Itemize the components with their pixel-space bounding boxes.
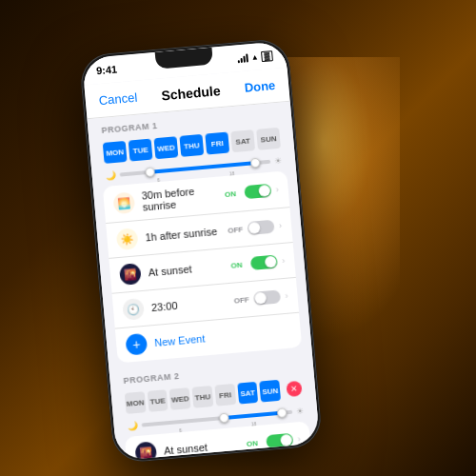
slider-thumb-right-p1[interactable] — [250, 158, 261, 169]
toggle-3: ON › — [230, 254, 286, 272]
toggle-label-2: OFF — [228, 225, 246, 235]
toggle-switch-1[interactable] — [244, 184, 271, 199]
toggle-label-p2-1: ON — [246, 438, 264, 448]
chevron-p2-1: › — [297, 434, 301, 444]
day-wed-p2[interactable]: WED — [169, 387, 191, 410]
phone-screen: 9:41 ▲ ▓ Cancel Schedule Done — [82, 41, 320, 461]
toggle-switch-4[interactable] — [253, 289, 281, 305]
sunset-icon-1: 🌇 — [119, 263, 142, 286]
slider-thumb-left-p1[interactable] — [145, 167, 155, 177]
day-thu-p2[interactable]: THU — [192, 386, 214, 408]
event-text-2: 1h after sunrise — [145, 225, 228, 244]
status-icons: ▲ ▓ — [237, 50, 273, 64]
wifi-icon: ▲ — [250, 52, 259, 62]
toggle-knob-4 — [254, 292, 267, 305]
sun-icon-p1: ☀ — [274, 156, 283, 167]
program1-events-list: 🌅 30m before sunrise ON › ☀️ — [103, 170, 302, 363]
toggle-knob-p2-1 — [280, 434, 292, 446]
event-text-3: At sunset — [148, 260, 231, 279]
slider-thumb-left-p2[interactable] — [219, 413, 229, 424]
event-text-1: 30m before sunrise — [141, 183, 226, 212]
day-sun-p2[interactable]: SUN — [260, 380, 282, 403]
day-thu-p1[interactable]: THU — [179, 134, 204, 157]
toggle-label-3: ON — [230, 260, 248, 270]
scroll-content: PROGRAM 1 MON TUE WED THU FRI SAT SUN 🌙 — [88, 102, 321, 461]
toggle-switch-3[interactable] — [250, 255, 278, 270]
day-mon-p1[interactable]: MON — [103, 141, 128, 164]
toggle-switch-2[interactable] — [248, 220, 275, 235]
chevron-1: › — [275, 185, 279, 194]
moon-icon-p1: 🌙 — [105, 170, 116, 181]
toggle-knob-2 — [248, 222, 261, 234]
chevron-4: › — [285, 291, 288, 301]
event-text-4: 23:00 — [151, 295, 235, 314]
delete-program2-button[interactable]: ✕ — [286, 381, 302, 397]
day-fri-p1[interactable]: FRI — [205, 132, 229, 155]
day-sat-p2[interactable]: SAT — [237, 382, 259, 405]
toggle-knob-3 — [265, 256, 277, 268]
signal-icon — [237, 53, 248, 63]
done-button[interactable]: Done — [244, 78, 276, 95]
day-sat-p1[interactable]: SAT — [230, 129, 255, 152]
day-tue-p2[interactable]: TUE — [147, 389, 169, 412]
toggle-2: OFF › — [228, 219, 283, 237]
page-title: Schedule — [161, 83, 221, 103]
clock-icon-1: 🕙 — [122, 298, 145, 321]
toggle-label-1: ON — [225, 188, 243, 199]
toggle-p2-1: ON › — [246, 432, 301, 450]
day-sun-p1[interactable]: SUN — [256, 128, 281, 150]
toggle-switch-p2-1[interactable] — [266, 433, 293, 448]
phone-wrapper: 9:41 ▲ ▓ Cancel Schedule Done — [79, 38, 324, 465]
sunset-icon-p2: 🌇 — [134, 441, 157, 461]
toggle-label-4: OFF — [233, 295, 251, 306]
day-mon-p2[interactable]: MON — [125, 391, 147, 414]
day-tue-p1[interactable]: TUE — [129, 139, 153, 162]
sunrise-icon-1: 🌅 — [112, 191, 135, 214]
add-event-icon-p1: + — [125, 333, 148, 356]
phone-device: 9:41 ▲ ▓ Cancel Schedule Done — [79, 38, 324, 465]
moon-icon-p2: 🌙 — [127, 421, 138, 431]
chevron-2: › — [279, 221, 283, 230]
slider-thumb-right-p2[interactable] — [277, 407, 288, 418]
toggle-1: ON › — [224, 183, 279, 201]
toggle-4: OFF › — [233, 289, 288, 307]
sun-icon-p2: ☀ — [296, 407, 305, 417]
new-event-label-p1: New Event — [154, 326, 291, 349]
day-fri-p2[interactable]: FRI — [214, 384, 236, 407]
battery-icon: ▓ — [261, 50, 273, 62]
sunrise-icon-2: ☀️ — [116, 228, 139, 250]
toggle-knob-1 — [258, 185, 270, 197]
cancel-button[interactable]: Cancel — [98, 90, 138, 108]
chevron-3: › — [282, 256, 286, 266]
status-time: 9:41 — [96, 63, 118, 76]
day-wed-p1[interactable]: WED — [154, 136, 179, 159]
